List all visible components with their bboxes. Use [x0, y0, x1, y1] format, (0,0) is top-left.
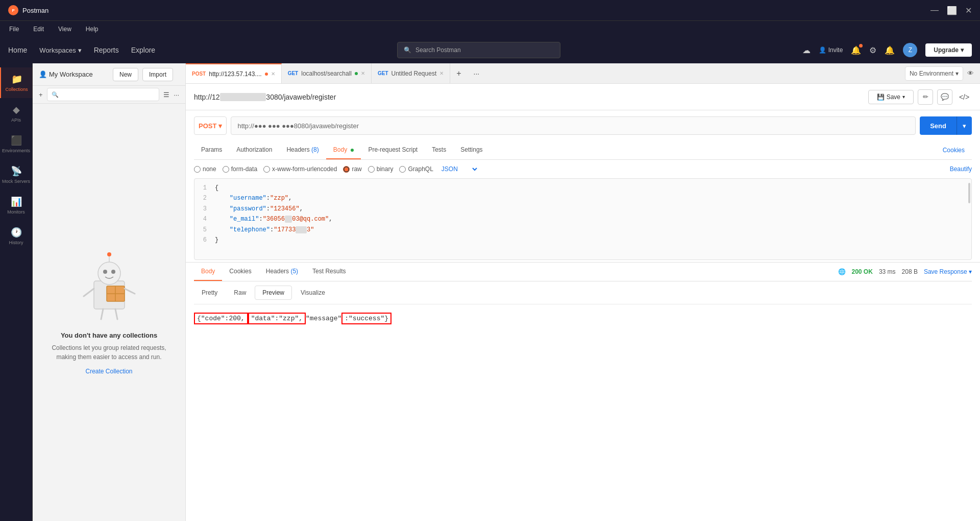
sidebar-item-apis[interactable]: ◆ APIs [0, 98, 33, 129]
sidebar-item-collections[interactable]: 📁 Collections [0, 67, 33, 98]
resp-tab-test-results[interactable]: Test Results [305, 263, 353, 281]
menu-file[interactable]: File [6, 23, 22, 35]
save-dropdown-icon[interactable]: ▾ [902, 94, 905, 100]
code-editor[interactable]: 1 { 2 "username":"zzp", 3 "password":"12… [194, 178, 972, 260]
edit-button[interactable]: ✏ [918, 89, 933, 105]
nav-reports[interactable]: Reports [94, 46, 119, 54]
tab-url: http://123.57.143.... [209, 70, 261, 78]
send-button[interactable]: Send [920, 116, 957, 135]
svg-point-14 [107, 252, 111, 256]
tab-pre-request[interactable]: Pre-request Script [361, 141, 425, 159]
tab-settings[interactable]: Settings [453, 141, 489, 159]
format-tab-pretty[interactable]: Pretty [194, 286, 225, 300]
sidebar-item-mock-servers[interactable]: 📡 Mock Servers [0, 159, 33, 190]
more-tabs-button[interactable]: ··· [468, 69, 486, 78]
svg-line-11 [101, 309, 103, 319]
format-selector[interactable]: JSON Text JavaScript HTML XML [439, 165, 479, 173]
sync-icon[interactable]: ☁ [802, 45, 811, 55]
code-line-5: 5 "telephone":"17733●●●3" [199, 225, 967, 235]
navbar-left: Home Workspaces ▾ Reports Explore [8, 46, 155, 54]
maximize-btn[interactable]: ⬜ [947, 6, 957, 15]
tab-right-actions: No Environment ▾ 👁 [905, 66, 980, 81]
minimize-btn[interactable]: — [930, 6, 939, 15]
eye-icon[interactable]: 👁 [967, 69, 974, 77]
tab-body[interactable]: Body [326, 141, 361, 159]
invite-button[interactable]: 👤 Invite [819, 46, 843, 54]
method-selector[interactable]: POST ▾ [194, 116, 227, 135]
response-status: 🌐 200 OK 33 ms 208 B Save Response ▾ [838, 268, 972, 275]
format-tab-preview[interactable]: Preview [255, 286, 292, 300]
more-options-icon[interactable]: ··· [174, 91, 179, 99]
import-button[interactable]: Import [142, 68, 173, 81]
cookies-button[interactable]: Cookies [936, 141, 972, 159]
add-collection-icon[interactable]: + [39, 91, 43, 99]
nav-home[interactable]: Home [8, 46, 27, 54]
tab-tests[interactable]: Tests [425, 141, 453, 159]
radio-binary[interactable]: binary [368, 165, 394, 173]
tab-dot [355, 72, 358, 75]
notification-icon[interactable]: 🔔 [851, 45, 861, 55]
mock-servers-icon: 📡 [11, 165, 22, 177]
create-collection-link[interactable]: Create Collection [85, 368, 132, 375]
user-icon: 👤 [819, 46, 826, 54]
send-dropdown-button[interactable]: ▾ [957, 116, 972, 135]
chevron-down-icon: ▾ [218, 122, 222, 130]
menu-edit[interactable]: Edit [30, 23, 47, 35]
tab-params[interactable]: Params [194, 141, 229, 159]
radio-form-data[interactable]: form-data [223, 165, 257, 173]
save-response-button[interactable]: Save Response ▾ [924, 268, 972, 275]
code-line-2: 2 "username":"zzp", [199, 193, 967, 203]
new-button[interactable]: New [113, 68, 138, 81]
menu-view[interactable]: View [55, 23, 75, 35]
avatar-icon[interactable]: Z [903, 43, 917, 57]
close-tab-icon[interactable]: ✕ [271, 71, 275, 77]
response-tabs: Body Cookies Headers (5) Test Results 🌐 … [194, 263, 972, 281]
chevron-down-icon: ▾ [961, 46, 964, 54]
radio-graphql[interactable]: GraphQL [399, 165, 433, 173]
monitors-icon: 📊 [11, 196, 22, 207]
filter-icon[interactable]: ☰ [163, 91, 169, 99]
request-config: POST ▾ Send ▾ Params Authorization Heade… [186, 110, 980, 262]
radio-none[interactable]: none [194, 165, 216, 173]
tab-get-untitled[interactable]: GET Untitled Request ✕ [372, 63, 450, 84]
code-line-1: 1 { [199, 183, 967, 193]
tab-get-searchall[interactable]: GET localhost/searchall ✕ [282, 63, 372, 84]
nav-explore[interactable]: Explore [131, 46, 155, 54]
resp-tab-cookies[interactable]: Cookies [222, 263, 258, 281]
upgrade-button[interactable]: Upgrade ▾ [925, 43, 972, 57]
sidebar-item-history[interactable]: 🕐 History [0, 221, 33, 251]
environment-selector[interactable]: No Environment ▾ [905, 66, 963, 81]
sidebar-item-environments[interactable]: ⬛ Environments [0, 129, 33, 159]
comment-button[interactable]: 💬 [937, 89, 952, 105]
response-size: 208 B [902, 268, 918, 275]
search-icon: 🔍 [404, 46, 411, 54]
window-controls: — ⬜ ✕ [930, 6, 972, 15]
tab-authorization[interactable]: Authorization [229, 141, 279, 159]
tab-headers[interactable]: Headers (8) [279, 141, 326, 159]
code-button[interactable]: </> [957, 89, 972, 105]
sidebar-item-monitors[interactable]: 📊 Monitors [0, 190, 33, 221]
close-tab-icon[interactable]: ✕ [361, 70, 365, 76]
nav-workspaces[interactable]: Workspaces ▾ [39, 46, 81, 54]
resp-tab-body[interactable]: Body [194, 263, 222, 281]
resp-tab-headers[interactable]: Headers (5) [259, 263, 305, 281]
bell-icon[interactable]: 🔔 [885, 45, 895, 55]
add-tab-button[interactable]: + [450, 69, 467, 78]
request-area: POST http://123.57.143.... ✕ GET localho… [186, 63, 980, 521]
chevron-down-icon: ▾ [969, 268, 972, 275]
save-button[interactable]: 💾 Save ▾ [868, 90, 914, 104]
close-btn[interactable]: ✕ [965, 6, 972, 15]
scrollbar-vertical[interactable] [968, 183, 970, 203]
settings-icon[interactable]: ⚙ [869, 45, 876, 55]
close-tab-icon[interactable]: ✕ [439, 70, 444, 76]
menu-help[interactable]: Help [83, 23, 102, 35]
sidebar-item-label: Mock Servers [2, 179, 30, 184]
url-input[interactable] [231, 116, 916, 135]
search-bar[interactable]: 🔍 Search Postman [397, 42, 560, 58]
radio-raw[interactable]: raw [343, 165, 361, 173]
format-tab-visualize[interactable]: Visualize [293, 286, 333, 300]
format-tab-raw[interactable]: Raw [226, 286, 254, 300]
tab-post-register[interactable]: POST http://123.57.143.... ✕ [186, 63, 282, 84]
beautify-button[interactable]: Beautify [950, 165, 972, 173]
radio-urlencoded[interactable]: x-www-form-urlencoded [263, 165, 337, 173]
